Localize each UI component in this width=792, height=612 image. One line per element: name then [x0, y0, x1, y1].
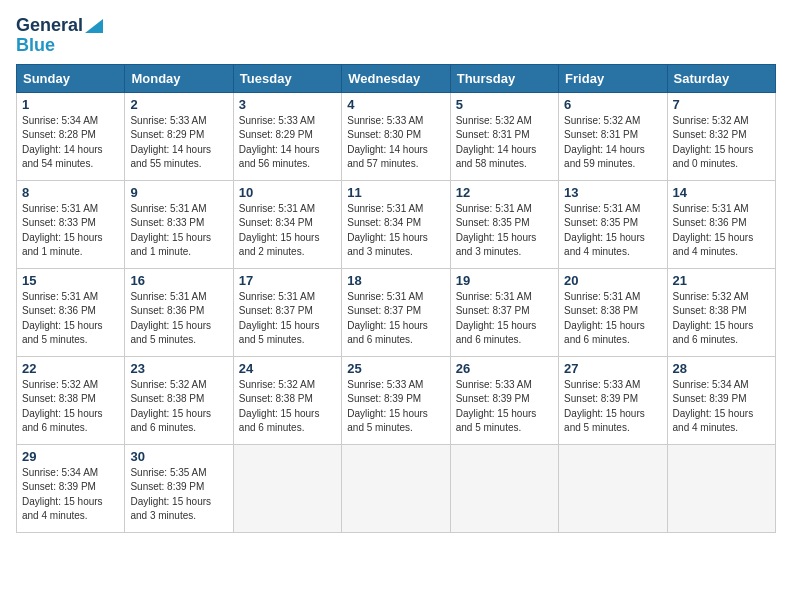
day-number: 1: [22, 97, 119, 112]
calendar-header-row: SundayMondayTuesdayWednesdayThursdayFrid…: [17, 64, 776, 92]
day-number: 12: [456, 185, 553, 200]
calendar-cell: 25Sunrise: 5:33 AM Sunset: 8:39 PM Dayli…: [342, 356, 450, 444]
day-info: Sunrise: 5:31 AM Sunset: 8:36 PM Dayligh…: [130, 290, 227, 348]
calendar-cell: 21Sunrise: 5:32 AM Sunset: 8:38 PM Dayli…: [667, 268, 775, 356]
calendar-cell: 16Sunrise: 5:31 AM Sunset: 8:36 PM Dayli…: [125, 268, 233, 356]
day-number: 21: [673, 273, 770, 288]
calendar-week-2: 8Sunrise: 5:31 AM Sunset: 8:33 PM Daylig…: [17, 180, 776, 268]
day-info: Sunrise: 5:31 AM Sunset: 8:36 PM Dayligh…: [673, 202, 770, 260]
day-number: 13: [564, 185, 661, 200]
calendar-cell: 1Sunrise: 5:34 AM Sunset: 8:28 PM Daylig…: [17, 92, 125, 180]
weekday-header-thursday: Thursday: [450, 64, 558, 92]
calendar-cell: 11Sunrise: 5:31 AM Sunset: 8:34 PM Dayli…: [342, 180, 450, 268]
day-number: 14: [673, 185, 770, 200]
calendar-cell: [233, 444, 341, 532]
calendar-cell: 7Sunrise: 5:32 AM Sunset: 8:32 PM Daylig…: [667, 92, 775, 180]
calendar-cell: 15Sunrise: 5:31 AM Sunset: 8:36 PM Dayli…: [17, 268, 125, 356]
calendar-cell: 30Sunrise: 5:35 AM Sunset: 8:39 PM Dayli…: [125, 444, 233, 532]
day-number: 8: [22, 185, 119, 200]
day-number: 4: [347, 97, 444, 112]
day-info: Sunrise: 5:32 AM Sunset: 8:38 PM Dayligh…: [130, 378, 227, 436]
weekday-header-monday: Monday: [125, 64, 233, 92]
calendar-cell: 28Sunrise: 5:34 AM Sunset: 8:39 PM Dayli…: [667, 356, 775, 444]
logo-blue: Blue: [16, 36, 55, 56]
day-info: Sunrise: 5:31 AM Sunset: 8:37 PM Dayligh…: [239, 290, 336, 348]
day-info: Sunrise: 5:32 AM Sunset: 8:31 PM Dayligh…: [564, 114, 661, 172]
day-number: 9: [130, 185, 227, 200]
day-info: Sunrise: 5:32 AM Sunset: 8:32 PM Dayligh…: [673, 114, 770, 172]
day-number: 6: [564, 97, 661, 112]
day-number: 2: [130, 97, 227, 112]
day-info: Sunrise: 5:35 AM Sunset: 8:39 PM Dayligh…: [130, 466, 227, 524]
weekday-header-wednesday: Wednesday: [342, 64, 450, 92]
calendar-cell: 4Sunrise: 5:33 AM Sunset: 8:30 PM Daylig…: [342, 92, 450, 180]
day-number: 16: [130, 273, 227, 288]
day-info: Sunrise: 5:33 AM Sunset: 8:29 PM Dayligh…: [239, 114, 336, 172]
day-info: Sunrise: 5:32 AM Sunset: 8:31 PM Dayligh…: [456, 114, 553, 172]
calendar-body: 1Sunrise: 5:34 AM Sunset: 8:28 PM Daylig…: [17, 92, 776, 532]
day-number: 19: [456, 273, 553, 288]
calendar-cell: 24Sunrise: 5:32 AM Sunset: 8:38 PM Dayli…: [233, 356, 341, 444]
day-info: Sunrise: 5:32 AM Sunset: 8:38 PM Dayligh…: [22, 378, 119, 436]
calendar-week-3: 15Sunrise: 5:31 AM Sunset: 8:36 PM Dayli…: [17, 268, 776, 356]
day-info: Sunrise: 5:31 AM Sunset: 8:37 PM Dayligh…: [347, 290, 444, 348]
calendar-cell: 18Sunrise: 5:31 AM Sunset: 8:37 PM Dayli…: [342, 268, 450, 356]
day-info: Sunrise: 5:34 AM Sunset: 8:28 PM Dayligh…: [22, 114, 119, 172]
calendar-cell: 13Sunrise: 5:31 AM Sunset: 8:35 PM Dayli…: [559, 180, 667, 268]
calendar-cell: 20Sunrise: 5:31 AM Sunset: 8:38 PM Dayli…: [559, 268, 667, 356]
day-info: Sunrise: 5:31 AM Sunset: 8:33 PM Dayligh…: [130, 202, 227, 260]
calendar-cell: 12Sunrise: 5:31 AM Sunset: 8:35 PM Dayli…: [450, 180, 558, 268]
calendar-cell: [667, 444, 775, 532]
calendar-cell: 17Sunrise: 5:31 AM Sunset: 8:37 PM Dayli…: [233, 268, 341, 356]
calendar-cell: 8Sunrise: 5:31 AM Sunset: 8:33 PM Daylig…: [17, 180, 125, 268]
calendar-cell: [450, 444, 558, 532]
calendar-cell: 3Sunrise: 5:33 AM Sunset: 8:29 PM Daylig…: [233, 92, 341, 180]
day-info: Sunrise: 5:33 AM Sunset: 8:29 PM Dayligh…: [130, 114, 227, 172]
weekday-header-saturday: Saturday: [667, 64, 775, 92]
weekday-header-friday: Friday: [559, 64, 667, 92]
calendar-cell: 6Sunrise: 5:32 AM Sunset: 8:31 PM Daylig…: [559, 92, 667, 180]
day-info: Sunrise: 5:33 AM Sunset: 8:30 PM Dayligh…: [347, 114, 444, 172]
day-info: Sunrise: 5:31 AM Sunset: 8:34 PM Dayligh…: [239, 202, 336, 260]
day-number: 27: [564, 361, 661, 376]
calendar-week-5: 29Sunrise: 5:34 AM Sunset: 8:39 PM Dayli…: [17, 444, 776, 532]
day-number: 24: [239, 361, 336, 376]
logo-general: General: [16, 16, 83, 36]
day-number: 28: [673, 361, 770, 376]
day-info: Sunrise: 5:32 AM Sunset: 8:38 PM Dayligh…: [239, 378, 336, 436]
day-info: Sunrise: 5:31 AM Sunset: 8:37 PM Dayligh…: [456, 290, 553, 348]
day-number: 11: [347, 185, 444, 200]
day-number: 18: [347, 273, 444, 288]
day-info: Sunrise: 5:31 AM Sunset: 8:36 PM Dayligh…: [22, 290, 119, 348]
day-number: 15: [22, 273, 119, 288]
day-number: 25: [347, 361, 444, 376]
day-info: Sunrise: 5:31 AM Sunset: 8:35 PM Dayligh…: [564, 202, 661, 260]
calendar-week-1: 1Sunrise: 5:34 AM Sunset: 8:28 PM Daylig…: [17, 92, 776, 180]
calendar-cell: 29Sunrise: 5:34 AM Sunset: 8:39 PM Dayli…: [17, 444, 125, 532]
calendar-cell: 19Sunrise: 5:31 AM Sunset: 8:37 PM Dayli…: [450, 268, 558, 356]
day-info: Sunrise: 5:31 AM Sunset: 8:35 PM Dayligh…: [456, 202, 553, 260]
weekday-header-sunday: Sunday: [17, 64, 125, 92]
day-info: Sunrise: 5:33 AM Sunset: 8:39 PM Dayligh…: [456, 378, 553, 436]
day-info: Sunrise: 5:32 AM Sunset: 8:38 PM Dayligh…: [673, 290, 770, 348]
day-info: Sunrise: 5:34 AM Sunset: 8:39 PM Dayligh…: [22, 466, 119, 524]
svg-marker-0: [85, 19, 103, 33]
page-header: General Blue: [16, 16, 776, 56]
weekday-header-tuesday: Tuesday: [233, 64, 341, 92]
day-info: Sunrise: 5:31 AM Sunset: 8:34 PM Dayligh…: [347, 202, 444, 260]
day-number: 5: [456, 97, 553, 112]
day-info: Sunrise: 5:31 AM Sunset: 8:38 PM Dayligh…: [564, 290, 661, 348]
calendar-cell: 14Sunrise: 5:31 AM Sunset: 8:36 PM Dayli…: [667, 180, 775, 268]
day-info: Sunrise: 5:33 AM Sunset: 8:39 PM Dayligh…: [347, 378, 444, 436]
calendar-cell: [342, 444, 450, 532]
day-number: 29: [22, 449, 119, 464]
day-number: 22: [22, 361, 119, 376]
calendar-cell: 9Sunrise: 5:31 AM Sunset: 8:33 PM Daylig…: [125, 180, 233, 268]
calendar-week-4: 22Sunrise: 5:32 AM Sunset: 8:38 PM Dayli…: [17, 356, 776, 444]
calendar-cell: 5Sunrise: 5:32 AM Sunset: 8:31 PM Daylig…: [450, 92, 558, 180]
logo: General Blue: [16, 16, 103, 56]
day-number: 7: [673, 97, 770, 112]
calendar-cell: 23Sunrise: 5:32 AM Sunset: 8:38 PM Dayli…: [125, 356, 233, 444]
day-number: 26: [456, 361, 553, 376]
calendar-cell: 2Sunrise: 5:33 AM Sunset: 8:29 PM Daylig…: [125, 92, 233, 180]
